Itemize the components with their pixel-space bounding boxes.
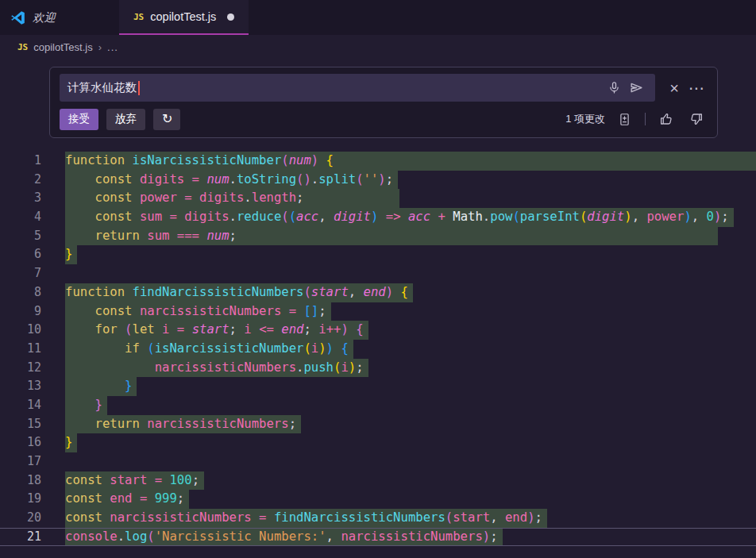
inline-chat-widget: 计算水仙花数 × ⋯ 接受 放弃 ↻ xyxy=(49,67,718,138)
code-line[interactable]: 14} xyxy=(0,396,756,415)
close-icon[interactable]: × xyxy=(663,77,685,99)
line-number: 16 xyxy=(0,433,41,452)
line-number: 18 xyxy=(0,471,41,491)
code-line[interactable]: 2const digits = num.toString().split('')… xyxy=(0,171,756,190)
inserted-code-text: const narcissisticNumbers = findNarcissi… xyxy=(65,509,547,528)
accept-button[interactable]: 接受 xyxy=(60,109,98,130)
line-number: 15 xyxy=(0,415,41,434)
line-number: 10 xyxy=(0,321,41,340)
code-line[interactable]: 10for (let i = start; i <= end; i++) { xyxy=(0,321,756,340)
inserted-code-text: } xyxy=(65,245,77,264)
line-number: 12 xyxy=(0,359,41,378)
line-number: 2 xyxy=(0,171,41,190)
line-number: 4 xyxy=(0,208,41,227)
line-number: 3 xyxy=(0,189,41,208)
unsaved-changes-dot-icon[interactable] xyxy=(227,13,234,21)
code-line[interactable]: 18const start = 100; xyxy=(0,471,756,491)
thumbs-down-icon[interactable] xyxy=(685,108,708,130)
text-caret xyxy=(138,81,140,95)
send-icon[interactable] xyxy=(625,77,647,99)
code-line[interactable]: 3const power = digits.length; xyxy=(0,189,756,208)
line-number: 17 xyxy=(0,452,41,471)
inserted-code-text: } xyxy=(65,377,137,396)
inserted-code-text: const narcissisticNumbers = []; xyxy=(65,302,331,321)
code-line[interactable]: 8function findNarcissisticNumbers(start,… xyxy=(0,283,756,302)
code-line[interactable]: 9const narcissisticNumbers = []; xyxy=(0,302,756,321)
code-line[interactable]: 20const narcissisticNumbers = findNarcis… xyxy=(0,509,756,528)
diff-document-icon[interactable] xyxy=(613,108,635,130)
tab-copilottest[interactable]: JS copilotTest.js xyxy=(119,0,249,35)
tab-copilottest-label: copilotTest.js xyxy=(150,10,216,23)
chat-input-value: 计算水仙花数 xyxy=(68,80,137,95)
line-number: 8 xyxy=(0,283,41,302)
changes-count: 1 项更改 xyxy=(565,112,605,126)
breadcrumb: JS copilotTest.js › ... xyxy=(0,35,756,59)
refresh-icon: ↻ xyxy=(162,112,172,125)
code-line[interactable]: 5return sum === num; xyxy=(0,227,756,246)
inserted-code-text: const end = 999; xyxy=(65,490,189,509)
code-line[interactable]: 12narcissisticNumbers.push(i); xyxy=(0,359,756,378)
code-line[interactable]: 16} xyxy=(0,433,756,452)
code-line[interactable]: 19const end = 999; xyxy=(0,490,756,509)
line-number: 9 xyxy=(0,302,41,321)
inserted-code-text: function findNarcissisticNumbers(start, … xyxy=(65,283,413,302)
line-number: 13 xyxy=(0,377,41,396)
vscode-logo-icon xyxy=(10,10,26,26)
microphone-icon[interactable] xyxy=(603,77,625,99)
code-editor[interactable]: 1function isNarcissisticNumber(num) {2co… xyxy=(0,152,756,546)
inserted-code-text: return narcissisticNumbers; xyxy=(65,415,301,434)
tab-welcome[interactable]: 欢迎 xyxy=(0,0,119,35)
inserted-code-text: } xyxy=(65,433,77,452)
line-number: 6 xyxy=(0,245,41,264)
inserted-code-text: } xyxy=(65,396,107,415)
code-line[interactable]: 13} xyxy=(0,377,756,396)
code-line[interactable]: 6} xyxy=(0,245,756,264)
code-line[interactable]: 11if (isNarcissisticNumber(i)) { xyxy=(0,340,756,359)
line-number: 20 xyxy=(0,509,41,528)
line-number: 14 xyxy=(0,396,41,415)
inserted-code-text: narcissisticNumbers.push(i); xyxy=(65,359,368,378)
code-line[interactable]: 15return narcissisticNumbers; xyxy=(0,415,756,434)
breadcrumb-more[interactable]: ... xyxy=(107,41,118,53)
inserted-code-text: console.log('Narcissistic Numbers:', nar… xyxy=(65,528,503,547)
inserted-code-text: const digits = num.toString().split(''); xyxy=(65,171,398,190)
inserted-code-text: const power = digits.length; xyxy=(65,189,399,208)
discard-button[interactable]: 放弃 xyxy=(106,109,145,130)
tab-bar: 欢迎 JS copilotTest.js xyxy=(0,0,756,35)
code-line[interactable]: 7 xyxy=(0,264,756,283)
inserted-code-text: for (let i = start; i <= end; i++) { xyxy=(65,321,368,340)
javascript-file-icon: JS xyxy=(133,12,144,22)
inserted-code-text: function isNarcissisticNumber(num) { xyxy=(65,152,756,171)
code-line[interactable]: 17 xyxy=(0,452,756,471)
code-line[interactable]: 4const sum = digits.reduce((acc, digit) … xyxy=(0,208,756,227)
inserted-code-text: const start = 100; xyxy=(65,471,204,491)
line-number: 1 xyxy=(0,152,41,171)
inserted-code-text: const sum = digits.reduce((acc, digit) =… xyxy=(65,208,734,227)
divider xyxy=(645,113,646,125)
breadcrumb-file[interactable]: copilotTest.js xyxy=(33,41,92,53)
rerun-request-button[interactable]: ↻ xyxy=(153,109,180,130)
inserted-code-text: return sum === num; xyxy=(65,227,718,246)
line-number: 19 xyxy=(0,490,41,509)
code-line[interactable]: 21console.log('Narcissistic Numbers:', n… xyxy=(0,528,756,547)
chevron-right-icon: › xyxy=(98,41,102,53)
line-number: 11 xyxy=(0,340,41,359)
more-actions-icon[interactable]: ⋯ xyxy=(685,77,708,99)
code-line[interactable]: 1function isNarcissisticNumber(num) { xyxy=(0,152,756,171)
chat-input[interactable]: 计算水仙花数 xyxy=(60,74,655,102)
javascript-file-icon: JS xyxy=(17,42,28,52)
thumbs-up-icon[interactable] xyxy=(655,108,677,130)
inserted-code-text: if (isNarcissisticNumber(i)) { xyxy=(65,340,353,359)
tab-welcome-label: 欢迎 xyxy=(33,10,56,25)
line-number: 5 xyxy=(0,227,41,246)
line-number: 21 xyxy=(0,528,41,547)
line-number: 7 xyxy=(0,264,41,283)
